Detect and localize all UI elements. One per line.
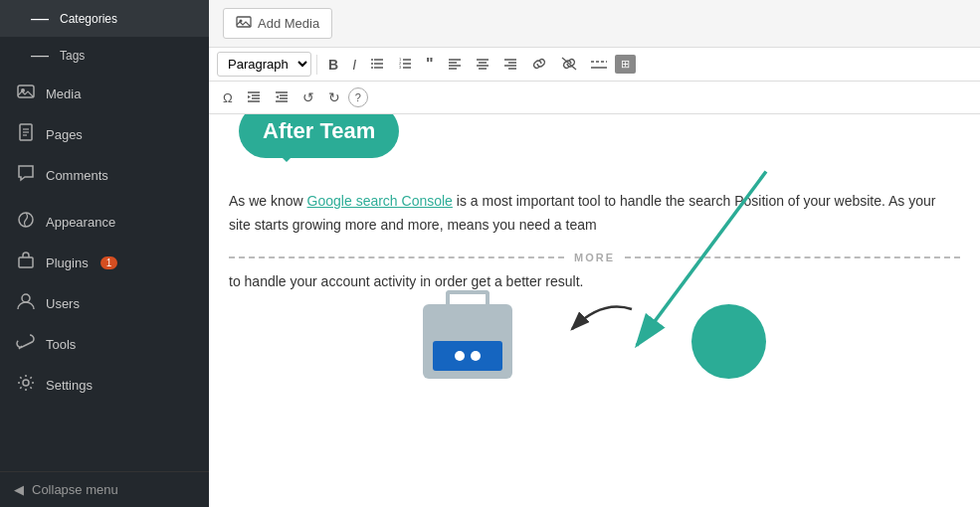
categories-icon: — [28,8,52,29]
sidebar-item-users[interactable]: Users [0,283,209,324]
sidebar-item-label: Media [46,86,81,101]
blockquote-button[interactable]: " [420,53,440,77]
svg-point-16 [371,63,373,65]
screen-dot-2 [471,351,481,361]
svg-text:3: 3 [399,65,402,70]
redo-button[interactable]: ↻ [322,86,346,108]
main-area: Add Media Paragraph B I 123 " [209,0,980,507]
sidebar-item-appearance[interactable]: Appearance [0,202,209,243]
toolbar-separator-1 [316,55,317,75]
bold-button[interactable]: B [322,54,344,76]
svg-point-8 [22,294,30,302]
illustration-area [229,289,960,379]
svg-point-9 [23,380,29,386]
sidebar-item-label: Tags [60,49,85,63]
tags-icon: — [28,45,52,66]
content-paragraph-1: As we know Google search Console is a mo… [229,190,960,238]
para1-prefix: As we know [229,193,307,209]
collapse-label: Collapse menu [32,482,118,497]
more-label: MORE [564,252,625,263]
undo-button[interactable]: ↺ [296,86,320,108]
laptop-screen [433,341,502,371]
ordered-list-button[interactable]: 123 [392,53,418,77]
italic-button[interactable]: I [346,54,362,76]
sidebar-item-label: Categories [60,12,117,26]
comments-icon [14,163,38,188]
editor-content[interactable]: After Team As we know Google search Cons… [209,114,980,507]
sidebar-item-label: Comments [46,168,108,183]
svg-rect-7 [19,257,33,267]
special-chars-button[interactable]: Ω [217,87,239,108]
para2-text: to handle your account activity in order… [229,273,583,289]
unlink-button[interactable] [555,53,583,77]
sidebar-item-label: Users [46,296,80,311]
add-media-icon [236,14,252,33]
sidebar-item-label: Appearance [46,215,115,230]
sidebar-item-label: Pages [46,127,83,142]
sidebar: — Categories — Tags Media Pages Comments… [0,0,209,507]
svg-marker-48 [276,95,279,98]
unordered-list-button[interactable] [364,53,390,77]
sidebar-item-label: Tools [46,337,76,352]
top-bar: Add Media [209,0,980,48]
sidebar-item-pages[interactable]: Pages [0,114,209,155]
align-right-button[interactable] [497,53,523,77]
link-button[interactable] [525,53,553,77]
settings-icon [14,373,38,398]
tools-icon [14,332,38,357]
appearance-icon [14,210,38,235]
help-button[interactable]: ? [348,87,368,107]
collapse-icon: ◀ [14,482,24,497]
editor-toolbar-row1: Paragraph B I 123 " ⊞ [209,48,980,82]
tooltip-label: After Team [263,118,375,143]
svg-marker-43 [248,95,251,98]
fullscreen-button[interactable]: ⊞ [615,55,636,74]
tooltip-bubble: After Team [239,114,399,158]
svg-point-17 [371,67,373,69]
sidebar-item-tools[interactable]: Tools [0,324,209,365]
google-console-link[interactable]: Google search Console [307,193,453,209]
paragraph-select[interactable]: Paragraph [217,52,311,77]
sidebar-item-comments[interactable]: Comments [0,155,209,196]
media-icon [14,82,38,106]
add-media-button[interactable]: Add Media [223,8,332,39]
sidebar-item-tags[interactable]: — Tags [0,37,209,74]
sidebar-item-label: Plugins [46,255,89,270]
align-center-button[interactable] [470,53,495,77]
sidebar-item-media[interactable]: Media [0,74,209,114]
sidebar-item-label: Settings [46,378,93,393]
outdent-button[interactable] [269,85,294,109]
sidebar-item-categories[interactable]: — Categories [0,0,209,37]
screen-dot-1 [455,351,465,361]
laptop-illustration [423,304,512,379]
indent-button[interactable] [241,85,267,109]
align-left-button[interactable] [442,53,468,77]
content-paragraph-2: to handle your account activity in order… [229,273,960,289]
editor-toolbar-row2: Ω ↺ ↻ ? [209,82,980,114]
plugins-badge: 1 [100,256,118,269]
plugins-icon [14,251,38,275]
pages-icon [14,122,38,147]
more-divider: MORE [229,252,960,263]
teal-circle-illustration [691,304,766,379]
sidebar-item-settings[interactable]: Settings [0,365,209,406]
add-media-label: Add Media [258,16,319,31]
svg-point-15 [371,59,373,61]
more-button[interactable] [585,54,613,76]
sidebar-item-plugins[interactable]: Plugins 1 [0,243,209,283]
collapse-menu[interactable]: ◀ Collapse menu [0,471,209,507]
curved-arrow [552,299,652,359]
users-icon [14,291,38,316]
